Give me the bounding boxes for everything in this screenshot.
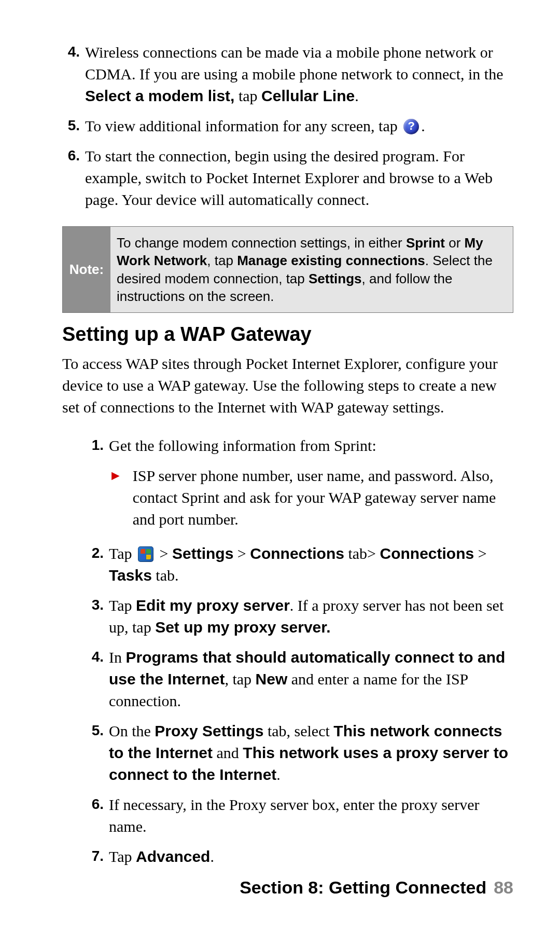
- document-page: 4. Wireless connections can be made via …: [0, 0, 560, 934]
- text: .: [276, 766, 281, 783]
- step-body: On the Proxy Settings tab, select This n…: [109, 720, 513, 786]
- ui-label: Settings: [172, 545, 233, 562]
- text: , tap: [207, 253, 237, 268]
- list-item: 2. Tap > Settings > Connections tab> Con…: [86, 543, 513, 586]
- ui-label: Set up my proxy server.: [155, 619, 331, 636]
- text: In: [109, 649, 126, 666]
- text: .: [421, 117, 425, 134]
- step-number: 3.: [86, 595, 104, 638]
- text: >: [233, 545, 250, 562]
- ui-label: Edit my proxy server: [136, 597, 290, 614]
- sub-steps-block: 1. Get the following information from Sp…: [86, 435, 513, 868]
- step-number: 1.: [86, 435, 104, 457]
- step-body: In Programs that should automatically co…: [109, 647, 513, 712]
- text: Tap: [109, 545, 136, 562]
- step-body: If necessary, in the Proxy server box, e…: [109, 794, 513, 837]
- sub-steps-list: 1. Get the following information from Sp…: [86, 435, 513, 457]
- section-intro: To access WAP sites through Pocket Inter…: [62, 353, 513, 418]
- ui-label: Tasks: [109, 567, 152, 584]
- text: Wireless connections can be made via a m…: [85, 44, 503, 83]
- ui-label: Connections: [380, 545, 474, 562]
- note-box: Note: To change modem connection setting…: [62, 226, 513, 313]
- top-steps-list: 4. Wireless connections can be made via …: [62, 42, 513, 211]
- list-item: 7. Tap Advanced.: [86, 846, 513, 868]
- step-body: To start the connection, begin using the…: [85, 145, 513, 211]
- text: >: [156, 545, 172, 562]
- section-heading: Setting up a WAP Gateway: [62, 323, 513, 346]
- list-item: 5. To view additional information for an…: [62, 115, 513, 137]
- arrow-icon: ►: [109, 465, 122, 487]
- list-item: 6. If necessary, in the Proxy server box…: [86, 794, 513, 837]
- step-number: 6.: [86, 794, 104, 837]
- note-label: Note:: [63, 227, 110, 312]
- ui-label: Settings: [309, 271, 362, 286]
- bullet-item: ► ISP server phone number, user name, an…: [109, 465, 513, 530]
- text: Tap: [109, 597, 136, 614]
- ui-label: New: [256, 670, 288, 688]
- list-item: 5. On the Proxy Settings tab, select Thi…: [86, 720, 513, 786]
- text: .: [355, 87, 359, 104]
- text: tap: [234, 87, 261, 104]
- footer-section-label: Section 8: Getting Connected: [240, 877, 486, 898]
- step-number: 2.: [86, 543, 104, 586]
- text: tab, select: [263, 722, 333, 739]
- ui-label: Cellular Line: [261, 87, 355, 104]
- note-body: To change modem connection settings, in …: [110, 227, 513, 312]
- ui-label: Manage existing connections: [237, 253, 425, 268]
- step-body: To view additional information for any s…: [85, 115, 513, 137]
- step-body: Tap > Settings > Connections tab> Connec…: [109, 543, 513, 586]
- text: To change modem connection settings, in …: [117, 235, 406, 251]
- step-number: 6.: [62, 145, 80, 211]
- text: or: [445, 235, 465, 251]
- step-number: 4.: [62, 42, 80, 107]
- step-number: 4.: [86, 647, 104, 712]
- text: , tap: [225, 670, 255, 688]
- text: tab>: [344, 545, 380, 562]
- list-item: 3. Tap Edit my proxy server. If a proxy …: [86, 595, 513, 638]
- sub-steps-list-cont: 2. Tap > Settings > Connections tab> Con…: [86, 543, 513, 868]
- bullet-text: ISP server phone number, user name, and …: [133, 465, 513, 530]
- step-number: 7.: [86, 846, 104, 868]
- list-item: 4. In Programs that should automatically…: [86, 647, 513, 712]
- step-body: Wireless connections can be made via a m…: [85, 42, 513, 107]
- help-icon: [403, 119, 419, 134]
- text: To view additional information for any s…: [85, 117, 401, 134]
- list-item: 6. To start the connection, begin using …: [62, 145, 513, 211]
- step-body: Get the following information from Sprin…: [109, 435, 513, 457]
- step-number: 5.: [62, 115, 80, 137]
- list-item: 4. Wireless connections can be made via …: [62, 42, 513, 107]
- ui-label: Sprint: [406, 235, 445, 251]
- text: and: [213, 744, 243, 761]
- text: Tap: [109, 848, 136, 865]
- text: tab.: [152, 567, 179, 584]
- step-body: Tap Edit my proxy server. If a proxy ser…: [109, 595, 513, 638]
- page-footer: Section 8: Getting Connected 88: [240, 877, 513, 898]
- ui-label: Proxy Settings: [155, 722, 263, 739]
- text: On the: [109, 722, 155, 739]
- text: >: [474, 545, 486, 562]
- ui-label: Advanced: [136, 848, 210, 865]
- ui-label: Select a modem list,: [85, 87, 234, 104]
- step-number: 5.: [86, 720, 104, 786]
- step-body: Tap Advanced.: [109, 846, 513, 868]
- text: .: [210, 848, 214, 865]
- list-item: 1. Get the following information from Sp…: [86, 435, 513, 457]
- page-number: 88: [494, 877, 513, 898]
- ui-label: Connections: [250, 545, 344, 562]
- start-menu-icon: [138, 546, 153, 562]
